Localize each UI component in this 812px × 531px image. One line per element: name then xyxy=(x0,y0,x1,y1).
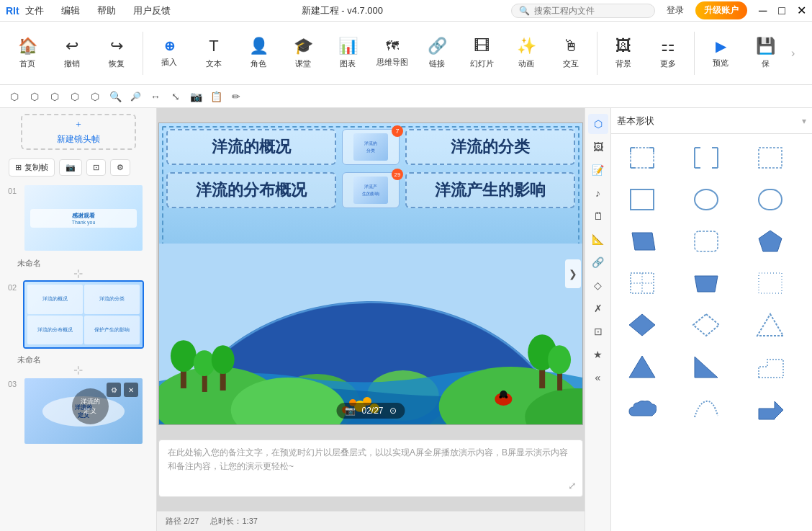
iconbar-align[interactable]: 📐 xyxy=(588,229,608,249)
subtool-edit[interactable]: ✏ xyxy=(227,88,245,105)
slide-card-distribution[interactable]: 洋流的分布概况 xyxy=(166,172,336,208)
tool-insert[interactable]: ⊕ 插入 xyxy=(148,26,191,81)
shape-dashed-rect[interactable] xyxy=(745,140,795,176)
subtool-shape3[interactable]: ⬡ xyxy=(46,88,63,105)
tool-preview-label: 预览 xyxy=(713,58,728,68)
slide-3-thumbnail[interactable]: 洋流的定义 ⚙ ✕ 洋流的 定义 xyxy=(23,377,144,445)
tool-background[interactable]: 🖼 背景 xyxy=(602,26,645,81)
shape-dashed-corner-rect[interactable] xyxy=(617,140,667,176)
slide-1-thumbnail[interactable]: 感谢观看 Thank you xyxy=(23,184,144,252)
iconbar-diamond[interactable]: ◇ xyxy=(588,275,608,295)
upgrade-button[interactable]: 升级账户 xyxy=(695,1,747,19)
shape-parallelogram[interactable] xyxy=(617,223,667,259)
toolbar-scroll-right[interactable]: › xyxy=(788,44,798,63)
shape-diamond-outline[interactable] xyxy=(681,307,731,343)
slide-3-settings-button[interactable]: ⚙ xyxy=(107,383,121,397)
menu-help[interactable]: 帮助 xyxy=(94,3,119,19)
slide-card-impact[interactable]: 洋流产生的影响 xyxy=(405,172,575,208)
shape-triangle-outline[interactable] xyxy=(745,307,795,343)
tool-undo[interactable]: ↩ 撤销 xyxy=(50,26,94,81)
subtool-shape5[interactable]: ⬡ xyxy=(86,88,104,105)
expand-button[interactable]: ⊡ xyxy=(86,159,106,176)
iconbar-link2[interactable]: 🔗 xyxy=(588,252,608,272)
shape-dashed-rounded-rect[interactable] xyxy=(681,223,731,259)
shape-right-triangle[interactable] xyxy=(681,349,731,385)
slide-item-1[interactable]: 01 感谢观看 Thank you xyxy=(0,179,156,256)
preview-icon: ▶ xyxy=(716,37,726,55)
shape-diamond-solid[interactable] xyxy=(617,307,667,343)
iconbar-frame[interactable]: ⊡ xyxy=(588,321,608,342)
tool-character[interactable]: 👤 角色 xyxy=(237,26,280,81)
slide-3-delete-button[interactable]: ✕ xyxy=(124,383,138,397)
tool-redo[interactable]: ↪ 恢复 xyxy=(95,26,138,81)
tool-home[interactable]: 🏠 首页 xyxy=(6,26,49,81)
settings-button[interactable]: ⚙ xyxy=(110,159,130,176)
slide-item-2[interactable]: 02 洋流的概况 洋流的分类 洋流的分布概况 保护产生的影响 xyxy=(0,276,156,353)
subtool-shape2[interactable]: ⬡ xyxy=(26,88,43,105)
login-button[interactable]: 登录 xyxy=(661,1,690,19)
menu-file[interactable]: 文件 xyxy=(22,3,47,19)
iconbar-prev[interactable]: « xyxy=(588,367,608,388)
tool-animation[interactable]: ✨ 动画 xyxy=(505,26,548,81)
shape-solid-rect[interactable] xyxy=(617,182,667,218)
iconbar-notes[interactable]: 🗒 xyxy=(588,206,608,226)
subtool-clipboard[interactable]: 📋 xyxy=(207,88,225,105)
shape-bracket-rect[interactable] xyxy=(681,140,731,176)
maximize-button[interactable]: □ xyxy=(778,4,785,17)
iconbar-star[interactable]: ★ xyxy=(588,344,608,365)
tool-save[interactable]: 💾 保 xyxy=(744,26,787,81)
subtool-pentagon[interactable]: ⬡ xyxy=(6,88,23,105)
canvas-next-button[interactable]: ❯ xyxy=(565,259,581,288)
shape-cloud[interactable] xyxy=(617,391,667,427)
slide-item-3[interactable]: 03 洋流的定义 ⚙ ✕ 洋流的 定义 xyxy=(0,372,156,450)
subtool-fit[interactable]: ↔ xyxy=(147,88,164,105)
shape-stair[interactable] xyxy=(745,349,795,385)
subtool-zoom-in[interactable]: 🔍 xyxy=(107,88,124,105)
close-button[interactable]: ✕ xyxy=(797,4,806,17)
shape-arc[interactable] xyxy=(681,391,731,427)
tool-chart[interactable]: 📊 图表 xyxy=(326,26,369,81)
slide-canvas[interactable]: 洋流的概况 洋流的 分类 7 洋流的分类 xyxy=(158,122,583,425)
search-input[interactable] xyxy=(534,6,642,16)
tool-class[interactable]: 🎓 课堂 xyxy=(281,26,325,81)
slide-card-small-2[interactable]: 洋流产 生的影响 29 xyxy=(342,172,400,208)
shape-trapezoid[interactable] xyxy=(681,265,731,301)
iconbar-close[interactable]: ✗ xyxy=(588,298,608,318)
new-frame-button[interactable]: ＋ 新建镜头帧 xyxy=(21,114,136,150)
slide-card-classification[interactable]: 洋流的分类 xyxy=(405,129,575,165)
notes-expand-button[interactable]: ⤢ xyxy=(568,478,577,494)
slide-card-overview[interactable]: 洋流的概况 xyxy=(166,129,336,165)
slide-2-thumbnail[interactable]: 洋流的概况 洋流的分类 洋流的分布概况 保护产生的影响 xyxy=(23,280,144,349)
shape-arrow[interactable] xyxy=(745,391,795,427)
subtool-zoom-out[interactable]: 🔎 xyxy=(127,88,144,105)
shape-dotted-rect[interactable] xyxy=(745,265,795,301)
shape-dashed-diamond[interactable] xyxy=(617,265,667,301)
tool-interact[interactable]: 🖱 交互 xyxy=(549,26,592,81)
tool-link[interactable]: 🔗 链接 xyxy=(415,26,459,81)
notes-area[interactable]: 在此处输入您的备注文字，在预览时幻片以层叠层式，以以实现A屏全屏播放演示内容，B… xyxy=(158,439,583,497)
tool-text[interactable]: T 文本 xyxy=(192,26,235,81)
camera-capture-button[interactable]: 📷 xyxy=(59,159,82,176)
tool-slideshow[interactable]: 🎞 幻灯片 xyxy=(460,26,503,81)
shape-solid-pentagon[interactable] xyxy=(745,223,795,259)
tool-more[interactable]: ⚏ 更多 xyxy=(646,26,690,81)
panel-expand-icon[interactable]: ▾ xyxy=(802,116,806,126)
slide-card-small-1[interactable]: 洋流的 分类 7 xyxy=(342,129,400,165)
menu-edit[interactable]: 编辑 xyxy=(58,3,83,19)
iconbar-image[interactable]: 🖼 xyxy=(588,137,608,157)
iconbar-text-edit[interactable]: 📝 xyxy=(588,160,608,180)
shape-rounded-rect[interactable] xyxy=(745,182,795,218)
subtool-shape4[interactable]: ⬡ xyxy=(66,88,84,105)
menu-feedback[interactable]: 用户反馈 xyxy=(130,3,173,19)
tool-preview[interactable]: ▶ 预览 xyxy=(699,26,742,81)
copy-frame-button[interactable]: ⊞ 复制帧 xyxy=(9,159,55,177)
subtool-camera[interactable]: 📷 xyxy=(187,88,204,105)
iconbar-shapes[interactable]: ⬡ xyxy=(588,114,608,134)
iconbar-audio[interactable]: ♪ xyxy=(588,183,608,203)
shape-circle[interactable] xyxy=(681,182,731,218)
search-bar[interactable]: 🔍 xyxy=(511,4,655,18)
minimize-button[interactable]: ─ xyxy=(759,4,767,17)
subtool-resize[interactable]: ⤡ xyxy=(167,88,184,105)
tool-mindmap[interactable]: 🗺 思维导图 xyxy=(371,26,414,81)
shape-triangle-solid[interactable] xyxy=(617,349,667,385)
